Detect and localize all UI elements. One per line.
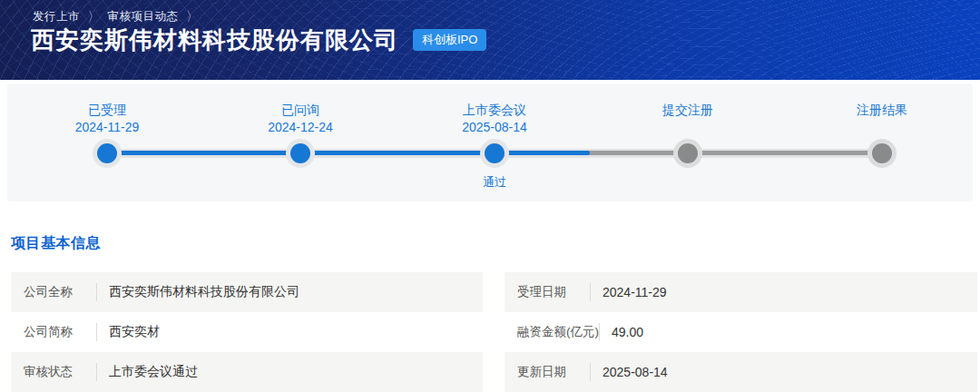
row-label: 融资金额(亿元) xyxy=(517,324,599,340)
timeline-dot-submit-registration xyxy=(678,143,698,163)
row-label: 审核状态 xyxy=(24,364,96,380)
timeline-dot-accepted xyxy=(97,143,117,163)
row-divider xyxy=(96,283,97,301)
table-row-acceptance-date: 受理日期 2024-11-29 xyxy=(505,272,977,312)
timeline-stage-accepted: 已受理 2024-11-29 xyxy=(25,102,189,136)
stage-date: 2025-08-14 xyxy=(413,119,576,136)
stage-label: 注册结果 xyxy=(800,102,964,119)
listing-committee-result-note: 通过 xyxy=(413,174,576,191)
timeline-stage-submit-registration: 提交注册 xyxy=(606,102,769,119)
basic-info-tables: 公司全称 西安奕斯伟材料科技股份有限公司 公司简称 西安奕材 审核状态 上市委会… xyxy=(11,272,977,392)
timeline-dot-listing-committee xyxy=(485,143,505,163)
ipo-board-badge: 科创板IPO xyxy=(413,29,486,51)
stage-label: 已受理 xyxy=(25,102,189,119)
page: 发行上市 〉 审核项目动态 〉 西安奕斯伟材料科技股份有限公司 科创板IPO 已… xyxy=(0,0,980,392)
timeline-dot-inquired xyxy=(290,143,310,163)
breadcrumb-separator-icon: 〉 xyxy=(187,7,199,25)
stage-date: 2024-11-29 xyxy=(25,119,189,136)
stage-label: 提交注册 xyxy=(606,102,769,119)
timeline-card: 已受理 2024-11-29 已问询 2024-12-24 上市委会议 2025… xyxy=(7,83,973,201)
timeline-stage-inquired: 已问询 2024-12-24 xyxy=(219,102,382,136)
basic-info-table-right: 受理日期 2024-11-29 融资金额(亿元) 49.00 更新日期 2025… xyxy=(505,272,977,392)
row-label: 更新日期 xyxy=(517,364,590,380)
header-banner: 发行上市 〉 审核项目动态 〉 西安奕斯伟材料科技股份有限公司 科创板IPO xyxy=(0,0,980,80)
row-divider xyxy=(590,283,591,301)
basic-info-table-left: 公司全称 西安奕斯伟材料科技股份有限公司 公司简称 西安奕材 审核状态 上市委会… xyxy=(11,272,483,392)
table-row-company-full-name: 公司全称 西安奕斯伟材料科技股份有限公司 xyxy=(11,272,483,312)
breadcrumb-item-review-project-news[interactable]: 审核项目动态 xyxy=(108,9,179,24)
timeline-stage-registration-result: 注册结果 xyxy=(800,102,964,119)
row-value: 49.00 xyxy=(612,325,643,339)
row-label: 公司全称 xyxy=(24,284,96,300)
row-value: 西安奕材 xyxy=(109,324,160,340)
table-row-company-short-name: 公司简称 西安奕材 xyxy=(11,312,483,352)
breadcrumb-item-issuance-listing[interactable]: 发行上市 xyxy=(33,9,80,24)
timeline-dot-registration-result xyxy=(872,143,892,163)
row-divider xyxy=(590,363,591,381)
row-divider xyxy=(599,323,600,341)
stage-label: 已问询 xyxy=(219,102,382,119)
stage-date: 2024-12-24 xyxy=(219,119,382,136)
row-label: 公司简称 xyxy=(24,324,96,340)
stage-label: 上市委会议 xyxy=(413,102,576,119)
breadcrumb: 发行上市 〉 审核项目动态 〉 xyxy=(33,9,198,24)
row-divider xyxy=(96,363,97,381)
table-row-financing-amount: 融资金额(亿元) 49.00 xyxy=(505,312,977,352)
row-value: 2024-11-29 xyxy=(603,285,667,299)
row-divider xyxy=(96,323,97,341)
timeline-track-progress xyxy=(107,151,590,155)
breadcrumb-separator-icon: 〉 xyxy=(88,7,100,25)
table-row-update-date: 更新日期 2025-08-14 xyxy=(505,352,977,392)
timeline-stage-listing-committee: 上市委会议 2025-08-14 xyxy=(413,102,576,136)
row-value: 西安奕斯伟材料科技股份有限公司 xyxy=(109,284,299,300)
company-title: 西安奕斯伟材料科技股份有限公司 xyxy=(31,25,398,54)
table-row-review-status: 审核状态 上市委会议通过 xyxy=(11,352,483,392)
row-label: 受理日期 xyxy=(517,284,590,300)
row-value: 2025-08-14 xyxy=(603,365,668,379)
title-row: 西安奕斯伟材料科技股份有限公司 科创板IPO xyxy=(31,25,486,54)
row-value: 上市委会议通过 xyxy=(109,364,198,380)
section-title-basic-info: 项目基本信息 xyxy=(11,234,101,253)
